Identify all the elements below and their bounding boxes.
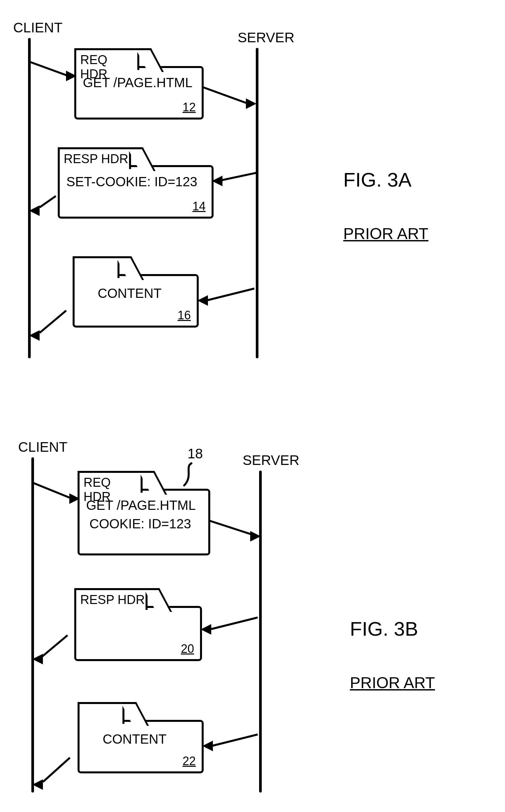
arrow <box>39 195 56 208</box>
arrow <box>221 172 256 181</box>
client-label: CLIENT <box>18 439 67 455</box>
arrow-head <box>29 206 40 216</box>
content-line1: CONTENT <box>103 732 166 747</box>
arrow <box>42 634 68 657</box>
figure-3b: CLIENT SERVER REQ HDR GET /PAGE.HTML COO… <box>0 426 505 806</box>
server-lifeline <box>256 48 259 358</box>
content-line1: CONTENT <box>98 286 161 301</box>
arrow <box>42 757 70 783</box>
s-ref-arrow-icon <box>178 462 195 488</box>
server-label: SERVER <box>238 30 295 45</box>
arrow <box>30 61 71 78</box>
arrow-head <box>32 654 43 664</box>
resp-tab-label: RESP HDR <box>80 593 145 607</box>
arrow <box>33 482 74 500</box>
prior-art-3b: PRIOR ART <box>350 674 435 692</box>
arrow-head <box>197 295 208 306</box>
arrow <box>212 733 258 747</box>
server-lifeline <box>259 470 262 793</box>
server-label: SERVER <box>242 452 299 468</box>
arrow-head <box>201 624 211 635</box>
arrow <box>39 310 67 333</box>
client-lifeline <box>28 38 31 358</box>
arrow <box>202 86 250 105</box>
content-box-22: CONTENT 22 <box>77 720 204 773</box>
fig-3a-title: FIG. 3A <box>343 168 411 191</box>
callout-18: 18 <box>187 446 203 462</box>
arrow-head <box>29 330 40 341</box>
req-line2: COOKIE: ID=123 <box>90 517 191 531</box>
resp-line1: SET-COOKIE: ID=123 <box>66 174 197 189</box>
client-label: CLIENT <box>13 20 62 36</box>
req-tab-label: REQ HDR <box>80 53 137 81</box>
prior-art-3a: PRIOR ART <box>343 225 429 243</box>
content-box-16: CONTENT 16 <box>72 274 199 327</box>
arrow-head <box>246 98 257 109</box>
request-box-18: REQ HDR GET /PAGE.HTML COOKIE: ID=123 <box>77 489 210 555</box>
ref-20: 20 <box>181 642 194 656</box>
ref-12: 12 <box>182 100 196 114</box>
arrow-head <box>250 531 261 542</box>
arrow-head <box>66 71 76 81</box>
response-box-14: RESP HDR SET-COOKIE: ID=123 14 <box>58 165 213 219</box>
arrow-head <box>32 779 43 790</box>
client-lifeline <box>31 457 34 793</box>
resp-tab-label: RESP HDR <box>64 152 128 166</box>
arrow-head <box>202 741 213 751</box>
arrow <box>206 288 255 301</box>
arrow-head <box>69 493 80 504</box>
arrow-head <box>212 176 222 186</box>
request-box-12: REQ HDR GET /PAGE.HTML 12 <box>74 66 204 120</box>
arrow <box>211 617 258 630</box>
fig-3b-title: FIG. 3B <box>350 618 418 640</box>
ref-14: 14 <box>192 199 206 213</box>
ref-22: 22 <box>182 754 196 768</box>
req-tab-label: REQ HDR <box>83 476 141 504</box>
figure-3a: CLIENT SERVER REQ HDR GET /PAGE.HTML 12 … <box>0 0 505 373</box>
response-box-20: RESP HDR 20 <box>74 606 202 661</box>
ref-16: 16 <box>178 308 191 322</box>
